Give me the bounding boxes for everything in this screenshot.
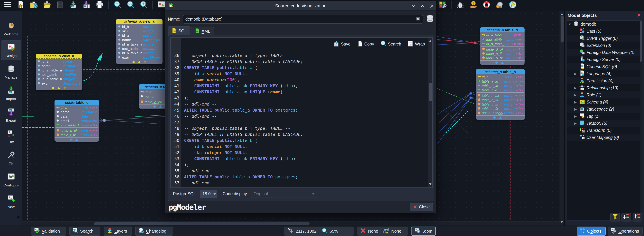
table-row: id_hserial« pk »: [476, 74, 525, 79]
tree-item-user[interactable]: User Mapping (0): [567, 134, 642, 141]
tree-item-cast[interactable]: A1Cast (0): [567, 28, 642, 35]
open-model-button[interactable]: [43, 1, 52, 10]
dbm-file-label: .dbm: [423, 229, 432, 233]
canvas-table-table_h[interactable]: schema_a.table_hid_hserial« pk »table_a_…: [476, 69, 525, 120]
sidebar-item-diff[interactable]: Diff: [1, 127, 21, 147]
model-objects-tree[interactable]: ▼demodb A1Cast (0)Event Trigger (0)Exten…: [566, 20, 642, 220]
sidebar-item-fix[interactable]: Fix: [1, 148, 21, 168]
tree-item-generic[interactable]: SQLGeneric SQL (0): [567, 63, 642, 70]
new-model-button[interactable]: [16, 1, 25, 10]
operations-button[interactable]: Operations: [608, 226, 643, 236]
sidebar-item-export[interactable]: Export: [1, 105, 21, 125]
clear-input-icon[interactable]: [415, 16, 420, 22]
close-button[interactable]: ✕ Close: [410, 203, 433, 211]
collapse-all-button[interactable]: [622, 213, 631, 221]
close-icon[interactable]: [430, 4, 434, 8]
report-bug-button[interactable]: [456, 1, 465, 10]
dialog-titlebar[interactable]: Source code visualization: [165, 1, 436, 11]
zoom-icon: [322, 228, 327, 234]
tab-xml[interactable]: XMLXML: [191, 27, 214, 35]
welcome-icon: [7, 21, 15, 31]
constraint-icon: [477, 111, 481, 115]
tree-item-relationship[interactable]: ▶RELRelationship (13): [567, 84, 642, 91]
import-button[interactable]: [69, 1, 78, 10]
table-header: schema_a.table_d: [480, 27, 524, 32]
canvas-vscrollbar[interactable]: [560, 11, 564, 225]
code-vscrollbar[interactable]: [428, 38, 432, 187]
tree-item-demodb[interactable]: ▼demodb: [567, 21, 642, 28]
code-line: 57-- ddl-end --: [170, 180, 303, 186]
tree-item-tablespace[interactable]: ▶Tablespace (2): [567, 105, 642, 112]
code-area[interactable]: SaveCopySearchWrap 36-- object: public.t…: [170, 37, 433, 188]
canvas-table-view_a[interactable]: schema_a.view_aid_bserialskuintegerid_as…: [116, 19, 162, 64]
canvas-table-table_d[interactable]: schema_a.table_did_a_table_ainteger« pk …: [480, 27, 524, 65]
sidebar-expand-arrow[interactable]: [18, 215, 22, 219]
search-button[interactable]: Search: [380, 40, 401, 48]
tree-item-role[interactable]: ▶Role (1): [567, 91, 642, 98]
save-button[interactable]: Save: [333, 40, 350, 48]
donate-button[interactable]: $: [469, 1, 478, 10]
tree-item-language[interactable]: ▶{}Language (4): [567, 70, 642, 77]
shade-icon[interactable]: [412, 4, 416, 8]
tree-item-schema[interactable]: ▶Schema (4): [567, 98, 642, 105]
wrap-button[interactable]: Wrap: [407, 40, 425, 48]
sidebar-item-manage[interactable]: Manage: [1, 62, 21, 82]
tree-item-textbox[interactable]: ▶TTextbox (5): [567, 120, 642, 127]
tree-item-transform[interactable]: Transform (0): [567, 127, 642, 134]
column-icon: [118, 38, 121, 42]
table-row: id_cserial« pk »: [54, 105, 99, 109]
objects-button[interactable]: Objects: [577, 226, 606, 236]
table-footer: [54, 137, 99, 142]
sidebar-item-configure[interactable]: Configure: [1, 170, 21, 190]
copy-button[interactable]: Copy: [356, 40, 374, 48]
sidebar-item-new[interactable]: New: [1, 191, 21, 211]
tree-item-tag[interactable]: ▶Tag (1): [567, 112, 642, 120]
export-button[interactable]: [82, 1, 91, 10]
name-input[interactable]: demodb (Database): [183, 15, 423, 24]
tree-item-foreign[interactable]: Foreign Data Wrapper (0): [567, 49, 642, 56]
sidebar-item-welcome[interactable]: Welcome: [1, 19, 21, 39]
zoom-out-button[interactable]: [113, 1, 122, 10]
filter-objects-button[interactable]: [610, 213, 620, 221]
save-model-button[interactable]: [56, 1, 64, 10]
support-button[interactable]: [482, 1, 491, 10]
language-icon: {}: [580, 70, 585, 77]
panel-close-icon[interactable]: ✕: [637, 12, 641, 18]
tree-item-event[interactable]: Event Trigger (0): [567, 35, 642, 42]
sidebar-item-design[interactable]: Design: [1, 40, 21, 60]
maximize-icon[interactable]: [420, 4, 424, 8]
scene-objects-button[interactable]: [157, 1, 166, 10]
about-button[interactable]: ?: [495, 1, 504, 10]
column-icon: [118, 42, 121, 46]
tree-item-permission[interactable]: Permission (0): [567, 77, 642, 84]
xml-doc-icon: XML: [195, 28, 200, 34]
plugins-button[interactable]: [438, 1, 447, 10]
main-menu-button[interactable]: [3, 1, 12, 10]
sidebar-item-import[interactable]: Import: [1, 83, 21, 103]
validation-button[interactable]: Validation: [31, 226, 66, 236]
canvas-hscrollbar[interactable]: [22, 221, 560, 225]
table-header: schema_a.table_h: [476, 69, 525, 74]
sidebar-item-label: Welcome: [4, 32, 18, 36]
dbm-file-button[interactable]: .dbm: [411, 226, 436, 236]
print-button[interactable]: [95, 1, 104, 10]
expand-all-button[interactable]: [632, 213, 642, 221]
canvas-table-table_c[interactable]: public.table_cid_cserial« pk »namevarcha…: [54, 100, 99, 142]
recent-models-button[interactable]: [30, 1, 38, 10]
changelog-button[interactable]: Changelog: [135, 226, 173, 236]
tab-sql[interactable]: SQLSQL: [168, 26, 190, 35]
canvas-table-view_b[interactable]: schema_b.view_bid_aserialnamevarchar(200…: [36, 54, 82, 90]
tree-item-foreign[interactable]: Foreign Server (0): [567, 56, 642, 63]
zoom-normal-button[interactable]: 1:1: [126, 1, 135, 10]
close-x-icon: ✕: [413, 204, 417, 210]
tree-item-extension[interactable]: Extension (0): [567, 42, 642, 49]
search-button[interactable]: Search: [69, 226, 100, 236]
check-updates-button[interactable]: [508, 1, 517, 10]
layers-button[interactable]: Layers: [104, 226, 132, 236]
zoom-in-button[interactable]: [139, 1, 148, 10]
code-line: 56ALTER TABLE public.table_b OWNER TO po…: [170, 174, 303, 180]
table-footer: [116, 60, 162, 64]
postgresql-version-select[interactable]: 18.0: [200, 190, 217, 198]
tree-scrollbar[interactable]: [640, 21, 642, 220]
filter-icon: [612, 213, 618, 221]
